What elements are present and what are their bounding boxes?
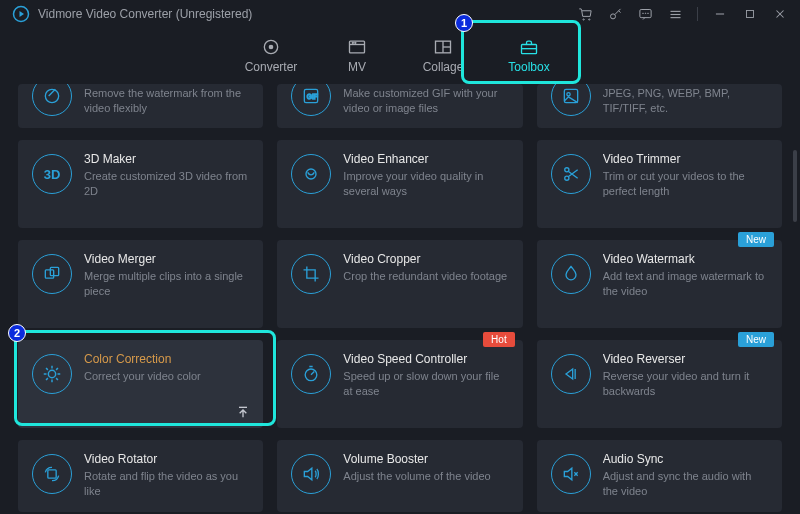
menu-icon[interactable] [667,6,683,22]
card-title: 3D Maker [84,152,249,166]
svg-point-36 [48,370,55,377]
card-desc: Rotate and flip the video as you like [84,469,249,499]
card-desc: Crop the redundant video footage [343,269,508,284]
divider [697,7,698,21]
card-title: Audio Sync [603,452,768,466]
card-desc: Reverse your video and turn it backwards [603,369,768,399]
tool-card-audio-sync[interactable]: Audio SyncAdjust and sync the audio with… [537,440,782,512]
crop-icon [291,254,331,294]
audio-sync-icon [551,454,591,494]
app-title: Vidmore Video Converter (Unregistered) [38,7,252,21]
reverse-icon [551,354,591,394]
card-title: Video Merger [84,252,249,266]
color-correction-icon [32,354,72,394]
card-title: Volume Booster [343,452,508,466]
card-desc: Correct your video color [84,369,249,384]
tab-mv[interactable]: MV [314,28,400,84]
tab-collage[interactable]: Collage [400,28,486,84]
tool-card-video-enhancer[interactable]: Video EnhancerImprove your video quality… [277,140,522,228]
svg-marker-39 [566,369,573,379]
watermark-icon [551,254,591,294]
svg-rect-34 [45,270,53,278]
toolbox-icon [519,38,539,56]
card-desc: Adjust and sync the audio with the video [603,469,768,499]
svg-point-17 [269,45,272,48]
tool-card-video-reverser[interactable]: New Video ReverserReverse your video and… [537,340,782,428]
card-desc: JPEG, PNG, WEBP, BMP, TIF/TIFF, etc. [603,86,768,116]
titlebar-left: Vidmore Video Converter (Unregistered) [12,5,252,23]
tool-card-speed-controller[interactable]: Hot Video Speed ControllerSpeed up or sl… [277,340,522,428]
svg-point-3 [588,18,589,19]
svg-point-8 [647,12,648,13]
tool-card[interactable]: JPEG, PNG, WEBP, BMP, TIF/TIFF, etc. [537,84,782,128]
card-desc: Make customized GIF with your video or i… [343,86,508,116]
feedback-icon[interactable] [637,6,653,22]
card-title: Video Enhancer [343,152,508,166]
svg-point-19 [352,42,353,43]
close-icon[interactable] [772,6,788,22]
tool-card-video-trimmer[interactable]: Video TrimmerTrim or cut your videos to … [537,140,782,228]
tab-toolbox[interactable]: Toolbox [486,28,572,84]
tool-card-volume-booster[interactable]: Volume BoosterAdjust the volume of the v… [277,440,522,512]
maximize-icon[interactable] [742,6,758,22]
gif-maker-icon: GIF [291,84,331,116]
tool-card[interactable]: GIF Make customized GIF with your video … [277,84,522,128]
converter-icon [261,38,281,56]
badge-hot: Hot [483,332,515,347]
tab-label: Collage [423,60,464,74]
svg-point-30 [566,93,569,96]
3d-icon: 3D [32,154,72,194]
svg-rect-35 [50,267,58,275]
badge-new: New [738,332,774,347]
tab-label: Toolbox [508,60,549,74]
key-icon[interactable] [607,6,623,22]
svg-point-20 [355,42,356,43]
scissors-icon [551,154,591,194]
card-title: Video Trimmer [603,152,768,166]
collage-icon [433,38,453,56]
tool-card-3d-maker[interactable]: 3D 3D MakerCreate customized 3D video fr… [18,140,263,228]
tab-converter[interactable]: Converter [228,28,314,84]
volume-icon [291,454,331,494]
card-title: Video Reverser [603,352,768,366]
svg-point-33 [564,176,568,180]
tab-label: MV [348,60,366,74]
speed-icon [291,354,331,394]
svg-point-31 [306,169,316,179]
svg-point-7 [645,12,646,13]
card-desc: Create customized 3D video from 2D [84,169,249,199]
card-title: Video Speed Controller [343,352,508,366]
tools-grid: Remove the watermark from the video flex… [18,84,782,512]
card-desc: Merge multiple clips into a single piece [84,269,249,299]
image-converter-icon [551,84,591,116]
tool-card-video-merger[interactable]: Video MergerMerge multiple clips into a … [18,240,263,328]
card-title: Color Correction [84,352,249,366]
svg-point-6 [642,12,643,13]
card-desc: Remove the watermark from the video flex… [84,86,249,116]
watermark-remover-icon [32,84,72,116]
minimize-icon[interactable] [712,6,728,22]
svg-marker-1 [20,11,25,17]
cart-icon[interactable] [577,6,593,22]
svg-point-2 [583,18,584,19]
tool-card-video-watermark[interactable]: New Video WatermarkAdd text and image wa… [537,240,782,328]
mv-icon [347,38,367,56]
titlebar: Vidmore Video Converter (Unregistered) [0,0,800,28]
enhancer-icon [291,154,331,194]
rotate-icon [32,454,72,494]
tool-card-video-rotator[interactable]: Video RotatorRotate and flip the video a… [18,440,263,512]
scroll-top-icon[interactable] [235,404,251,420]
svg-point-26 [45,89,58,102]
tab-label: Converter [245,60,298,74]
card-desc: Speed up or slow down your file at ease [343,369,508,399]
card-title: Video Rotator [84,452,249,466]
card-desc: Trim or cut your videos to the perfect l… [603,169,768,199]
tool-card-color-correction[interactable]: Color CorrectionCorrect your video color [18,340,263,428]
card-desc: Adjust the volume of the video [343,469,508,484]
titlebar-right [577,6,788,22]
card-title: Video Cropper [343,252,508,266]
app-logo-icon [12,5,30,23]
scrollbar[interactable] [793,150,797,222]
tool-card-video-cropper[interactable]: Video CropperCrop the redundant video fo… [277,240,522,328]
tool-card[interactable]: Remove the watermark from the video flex… [18,84,263,128]
